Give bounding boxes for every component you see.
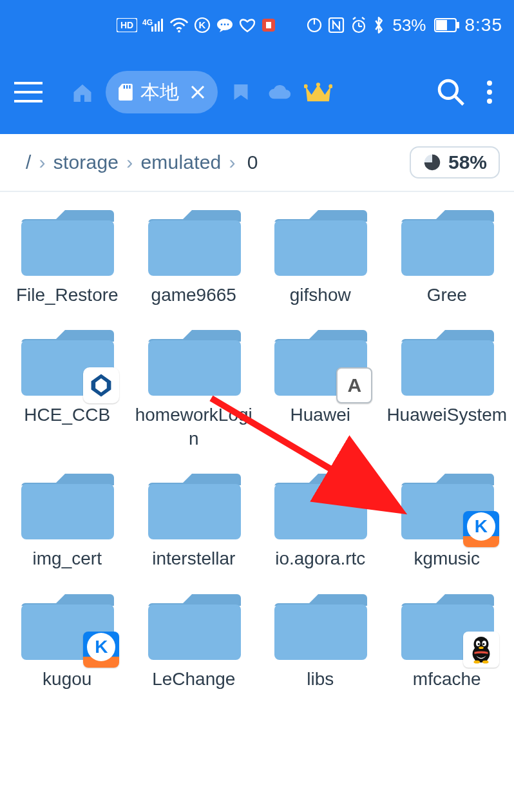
folder-label: interstellar	[152, 547, 235, 570]
folder-item[interactable]: File_Restore	[5, 202, 129, 307]
search-button[interactable]	[432, 73, 470, 111]
svg-point-64	[473, 660, 480, 663]
bookmark-button[interactable]	[222, 73, 260, 111]
crumb-storage[interactable]: storage	[53, 151, 119, 173]
cloud-button[interactable]	[260, 73, 299, 111]
battery-percent: 53%	[392, 15, 426, 35]
folder-label: Gree	[427, 284, 467, 307]
crumb-current: 0	[247, 151, 258, 173]
folder-label: LeChange	[152, 668, 235, 691]
folder-item[interactable]: HuaweiSystem	[385, 322, 509, 450]
kugou-badge-icon: K	[463, 511, 499, 547]
folder-item[interactable]: homeworkLogin	[132, 322, 256, 450]
storage-percent: 58%	[448, 151, 487, 173]
folder-item[interactable]: libs	[258, 586, 383, 691]
status-bar: HD 4G K 53% 8:35	[0, 0, 514, 50]
folder-item[interactable]: A Huawei	[258, 322, 383, 450]
ccb-badge-icon	[83, 367, 119, 403]
svg-rect-43	[274, 220, 367, 276]
svg-point-12	[224, 24, 226, 26]
folder-item[interactable]: K kgmusic	[385, 466, 509, 570]
svg-rect-50	[148, 484, 241, 539]
chevron-icon: ›	[126, 151, 133, 173]
svg-point-61	[477, 643, 479, 644]
folder-item[interactable]: img_cert	[5, 466, 129, 570]
svg-rect-3	[151, 26, 153, 32]
power-icon	[306, 17, 323, 34]
svg-rect-48	[401, 340, 494, 396]
svg-rect-41	[21, 220, 114, 276]
svg-line-23	[362, 17, 365, 19]
folder-item[interactable]: mfcache	[385, 586, 509, 691]
folder-item[interactable]: interstellar	[132, 466, 256, 570]
svg-point-11	[221, 24, 223, 26]
svg-rect-42	[148, 220, 241, 276]
folder-label: kugou	[43, 668, 91, 691]
menu-button[interactable]	[14, 72, 54, 112]
folder-item[interactable]: io.agora.rtc	[258, 466, 383, 570]
storage-usage-badge[interactable]: 58%	[410, 146, 500, 179]
crumb-emulated[interactable]: emulated	[140, 151, 221, 173]
svg-rect-29	[129, 85, 130, 88]
svg-rect-25	[457, 22, 459, 28]
svg-rect-28	[126, 85, 128, 88]
folder-item[interactable]: gifshow	[258, 202, 383, 307]
svg-text:K: K	[199, 19, 206, 30]
svg-rect-27	[124, 85, 125, 88]
folder-item[interactable]: game9665	[132, 202, 256, 307]
wifi-icon	[169, 17, 189, 33]
app-bar: 本地	[0, 50, 514, 134]
svg-rect-26	[436, 20, 447, 30]
tab-local-label: 本地	[140, 79, 179, 106]
folder-item[interactable]: Gree	[385, 202, 509, 307]
svg-point-39	[487, 99, 492, 104]
status-icons: HD 4G K 53% 8:35	[117, 15, 502, 35]
bluetooth-icon	[373, 16, 385, 34]
folder-label: libs	[307, 668, 334, 691]
folder-label: mfcache	[413, 668, 481, 691]
folder-item[interactable]: HCE_CCB	[5, 322, 129, 450]
svg-point-13	[227, 24, 229, 26]
k-circle-icon: K	[194, 17, 211, 34]
svg-line-22	[353, 17, 356, 19]
red-app-icon	[261, 17, 276, 33]
svg-rect-46	[148, 340, 241, 396]
chevron-icon: ›	[39, 151, 46, 173]
svg-rect-44	[401, 220, 494, 276]
svg-point-34	[328, 84, 332, 88]
home-button[interactable]	[63, 73, 102, 111]
folder-label: HCE_CCB	[24, 403, 110, 427]
pie-icon	[423, 153, 442, 172]
folder-label: Huawei	[290, 403, 350, 427]
status-clock: 8:35	[465, 15, 503, 35]
breadcrumb: / › storage › emulated › 0 58%	[0, 134, 514, 192]
nfc-icon	[328, 17, 345, 34]
crumb-root[interactable]: /	[26, 151, 32, 173]
hd-icon: HD	[117, 18, 137, 32]
folder-label: img_cert	[33, 547, 102, 570]
signal-4g-icon: 4G	[142, 17, 164, 33]
svg-point-38	[487, 90, 492, 95]
tab-local[interactable]: 本地	[106, 71, 218, 113]
svg-point-62	[482, 643, 484, 644]
folder-label: io.agora.rtc	[275, 547, 365, 570]
tab-close-icon[interactable]	[189, 84, 206, 101]
folder-label: homeworkLogin	[133, 403, 255, 450]
overflow-button[interactable]	[470, 73, 509, 111]
chevron-icon: ›	[229, 151, 235, 173]
file-grid: File_Restore game9665 gifshow Gree	[0, 192, 514, 691]
kugou-badge-icon: K	[83, 632, 119, 668]
folder-label: game9665	[151, 284, 236, 307]
folder-item[interactable]: K kugou	[5, 586, 129, 691]
svg-point-7	[178, 30, 181, 33]
alarm-icon	[350, 17, 368, 34]
svg-rect-51	[274, 484, 367, 539]
svg-point-65	[482, 660, 489, 663]
folder-item[interactable]: LeChange	[132, 586, 256, 691]
svg-point-37	[487, 81, 492, 86]
svg-rect-54	[148, 604, 241, 660]
svg-rect-55	[274, 604, 367, 660]
svg-point-35	[439, 81, 457, 99]
svg-line-36	[455, 97, 463, 104]
crown-button[interactable]	[299, 73, 338, 111]
